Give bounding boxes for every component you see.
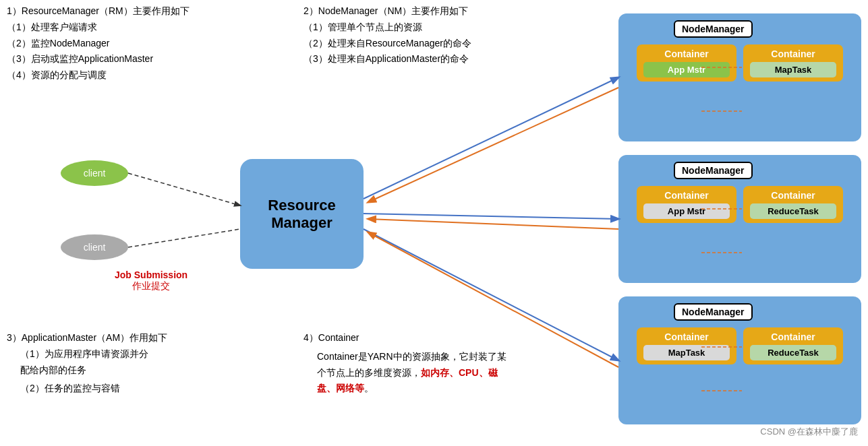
nm-containers-3: Container MapTask Container ReduceTask	[627, 327, 853, 364]
rm-item-1: （1）处理客户端请求	[7, 20, 290, 36]
nm-header-1: NodeManager	[674, 20, 753, 38]
rm-item-4: （4）资源的分配与调度	[7, 67, 290, 84]
nm-title: 2）NodeManager（NM）主要作用如下	[303, 3, 560, 20]
nm-container-1a: Container App Mstr	[637, 44, 736, 82]
app-mstr-1: App Mstr	[643, 62, 730, 77]
svg-line-0	[128, 173, 240, 205]
svg-line-2	[364, 77, 618, 199]
nm-item-2: （2）处理来自ResourceManager的命令	[303, 36, 560, 52]
nm-item-1: （1）管理单个节点上的资源	[303, 20, 560, 36]
nm-container-2a: Container App Mstr	[637, 186, 736, 223]
client-top: client	[61, 160, 128, 186]
nm-header-2: NodeManager	[674, 162, 753, 179]
container-label-2b: Container	[750, 190, 836, 201]
page-container: 1）ResourceManager（RM）主要作用如下 （1）处理客户端请求 （…	[0, 0, 868, 446]
reducetask-2: ReduceTask	[750, 203, 836, 219]
nm-header-3: NodeManager	[674, 303, 753, 321]
left-top-text: 1）ResourceManager（RM）主要作用如下 （1）处理客户端请求 （…	[7, 3, 290, 84]
job-submission-zh: 作业提交	[115, 280, 187, 292]
job-submission-en: Job Submission	[115, 269, 187, 280]
am-item-1: （1）为应用程序申请资源并分配给内部的任务	[20, 346, 290, 379]
resource-manager-box: Resource Manager	[240, 159, 364, 269]
nm-panel-3: NodeManager Container MapTask Container …	[618, 296, 861, 424]
svg-line-5	[368, 88, 618, 202]
right-top-text: 2）NodeManager（NM）主要作用如下 （1）管理单个节点上的资源 （2…	[303, 3, 560, 67]
rm-item-3: （3）启动或监控ApplicationMaster	[7, 51, 290, 67]
nm-panel-1: NodeManager Container App Mstr Container…	[618, 13, 861, 141]
nm-item-3: （3）处理来自ApplicationMaster的命令	[303, 51, 560, 67]
svg-line-1	[128, 229, 240, 247]
maptask-3: MapTask	[643, 345, 730, 360]
container-label-3a: Container	[643, 331, 730, 342]
app-mstr-2: App Mstr	[643, 203, 730, 219]
nm-panel-2: NodeManager Container App Mstr Container…	[618, 155, 861, 283]
client-bottom: client	[61, 234, 128, 260]
nm-container-1b: Container MapTask	[743, 44, 843, 82]
reducetask-3: ReduceTask	[750, 345, 836, 360]
nm-container-3b: Container ReduceTask	[743, 327, 843, 364]
container-label-2a: Container	[643, 190, 730, 201]
rm-label: Resource Manager	[268, 197, 335, 232]
left-bottom-text: 3）ApplicationMaster（AM）作用如下 （1）为应用程序申请资源…	[7, 330, 290, 397]
watermark: CSDN @在森林中麋了鹿	[760, 426, 858, 438]
container-label-3b: Container	[750, 331, 836, 342]
nm-container-3a: Container MapTask	[637, 327, 736, 364]
svg-line-3	[364, 214, 618, 219]
right-bottom-text: 4）Container Container是YARN中的资源抽象，它封装了某个节…	[303, 330, 513, 397]
rm-title: 1）ResourceManager（RM）主要作用如下	[7, 3, 290, 20]
am-item-2: （2）任务的监控与容错	[20, 381, 290, 397]
container-title: 4）Container	[303, 330, 513, 346]
job-submission: Job Submission 作业提交	[115, 269, 187, 292]
nm-containers-1: Container App Mstr Container MapTask	[627, 44, 853, 82]
maptask-1: MapTask	[750, 62, 836, 77]
am-title: 3）ApplicationMaster（AM）作用如下	[7, 330, 290, 346]
container-label-1a: Container	[643, 49, 730, 59]
rm-item-2: （2）监控NodeManager	[7, 36, 290, 52]
nm-containers-2: Container App Mstr Container ReduceTask	[627, 186, 853, 223]
svg-line-6	[368, 219, 618, 229]
container-label-1b: Container	[750, 49, 836, 59]
container-desc: Container是YARN中的资源抽象，它封装了某个节点上的多维度资源，如内存…	[317, 349, 513, 397]
nm-container-2b: Container ReduceTask	[743, 186, 843, 223]
